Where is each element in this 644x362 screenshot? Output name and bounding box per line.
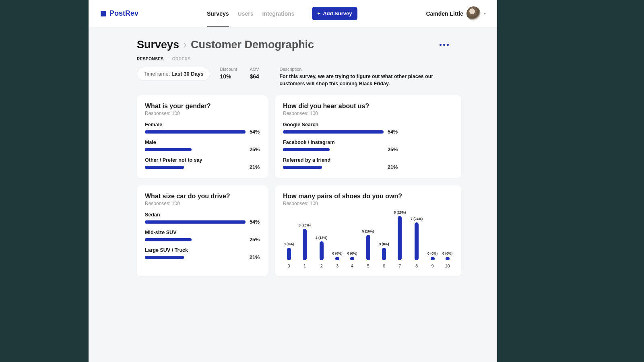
hist-x-label: 2 — [320, 263, 323, 268]
bar-row: Large SUV / Truck21% — [145, 247, 260, 260]
hist-x-label: 10 — [445, 263, 450, 268]
brand-logo[interactable]: PostRev — [100, 9, 138, 18]
hist-bar — [398, 216, 402, 260]
metric-value: For this survey, we are trying to figure… — [279, 73, 449, 87]
bar-value: 54% — [250, 129, 260, 135]
bar-row: Referred by a friend21% — [283, 157, 453, 170]
subtab-responses[interactable]: RESPONSES — [137, 57, 168, 61]
hist-top-label: 4 (12%) — [316, 236, 328, 240]
hist-bar — [350, 257, 354, 260]
hist-bar — [320, 241, 324, 260]
card-shoes: How many pairs of shoes do you own? Resp… — [275, 185, 461, 276]
user-menu[interactable]: Camden Little ▾ — [426, 6, 486, 21]
rows: Female54%Male25%Other / Prefer not to sa… — [145, 122, 260, 170]
hist-column: 8 (20%)1 — [299, 223, 311, 269]
nav-surveys[interactable]: Surveys — [207, 1, 229, 27]
hist-x-label: 0 — [287, 263, 290, 268]
bar-label: Sedan — [145, 212, 260, 218]
hist-x-label: 6 — [383, 263, 385, 268]
hist-top-label: 5 (16%) — [362, 229, 374, 233]
hist-column: 0 (0%)3 — [332, 251, 343, 268]
hist-top-label: 8 (28%) — [394, 210, 406, 214]
card-responses: Responses: 100 — [145, 201, 260, 206]
controls-row: Timeframe: Last 30 Days Discount 10% AOV… — [137, 67, 449, 87]
card-title: How many pairs of shoes do you own? — [283, 193, 453, 200]
bar-value: 21% — [250, 255, 260, 260]
bar-row: Google Search54% — [283, 122, 453, 135]
hist-column: 0 (0%)9 — [427, 251, 438, 268]
hist-bar — [366, 235, 370, 260]
bar-value: 25% — [388, 147, 398, 152]
bar-fill — [145, 256, 184, 259]
card-responses: Responses: 100 — [283, 111, 453, 116]
bar-track — [145, 256, 246, 259]
bar-fill — [145, 148, 192, 151]
nav-integrations[interactable]: Integrations — [262, 1, 294, 27]
metric-label: Discount — [220, 67, 240, 72]
more-actions-button[interactable] — [440, 44, 449, 46]
bar-fill — [283, 148, 330, 151]
rows: Sedan54%Mid-size SUV25%Large SUV / Truck… — [145, 212, 260, 260]
bar-value: 21% — [250, 165, 260, 170]
bar-label: Mid-size SUV — [145, 230, 260, 235]
hist-top-label: 8 (20%) — [299, 223, 311, 227]
breadcrumb-root[interactable]: Surveys — [137, 39, 179, 51]
chevron-right-icon: › — [183, 39, 187, 51]
bar-track — [283, 166, 384, 169]
bar-row: Female54% — [145, 122, 260, 135]
bar-fill — [283, 130, 384, 134]
card-car-size: What size car do you drive? Responses: 1… — [137, 185, 268, 276]
card-responses: Responses: 100 — [283, 201, 453, 206]
hist-top-label: 0 (0%) — [442, 251, 452, 255]
hist-top-label: 0 (0%) — [427, 251, 438, 255]
add-survey-button[interactable]: + Add Survey — [312, 7, 358, 20]
bar-track — [145, 130, 246, 134]
bar-label: Large SUV / Truck — [145, 247, 260, 253]
brand-name: PostRev — [109, 9, 138, 18]
bar-track — [145, 238, 246, 241]
rows: Google Search54%Facebook / Instagram25%R… — [283, 122, 453, 170]
chevron-down-icon: ▾ — [484, 11, 486, 16]
timeframe-value: Last 30 Days — [171, 71, 204, 77]
cards-grid: What is your gender? Responses: 100 Fema… — [137, 95, 449, 276]
bar-track — [145, 148, 246, 151]
hist-top-label: 0 (0%) — [332, 251, 343, 255]
hist-column: 0 (0%)10 — [442, 251, 452, 268]
metric-value: 10% — [220, 73, 240, 80]
hist-bar — [415, 222, 419, 260]
nav-users[interactable]: Users — [238, 1, 254, 27]
bar-label: Male — [145, 140, 260, 145]
metric-description: Description For this survey, we are tryi… — [279, 67, 449, 87]
hist-bar — [335, 257, 339, 260]
app-window: PostRev SurveysUsersIntegrations + Add S… — [89, 0, 497, 362]
bar-row: Facebook / Instagram25% — [283, 140, 453, 152]
hist-x-label: 7 — [398, 263, 401, 268]
card-title: What size car do you drive? — [145, 193, 260, 200]
metric-label: AOV — [250, 67, 270, 72]
avatar — [466, 6, 481, 21]
bar-value: 54% — [250, 219, 260, 225]
card-hear-about-us: How did you hear about us? Responses: 10… — [275, 95, 461, 178]
add-survey-label: Add Survey — [323, 10, 352, 16]
nav-divider — [306, 8, 306, 19]
hist-x-label: 8 — [415, 263, 418, 268]
main-nav: SurveysUsersIntegrations — [207, 1, 295, 27]
bar-row: Sedan54% — [145, 212, 260, 225]
hist-top-label: 7 (24%) — [411, 217, 423, 221]
hist-column: 8 (28%)7 — [394, 210, 406, 268]
breadcrumb-current: Customer Demographic — [191, 39, 314, 51]
bar-value: 25% — [250, 147, 260, 152]
card-title: What is your gender? — [145, 103, 260, 110]
topbar: PostRev SurveysUsersIntegrations + Add S… — [89, 0, 497, 27]
subtab-orders[interactable]: ORDERS — [172, 57, 195, 61]
bar-track — [283, 130, 384, 134]
metric-label: Description — [279, 67, 449, 72]
bar-label: Female — [145, 122, 260, 128]
breadcrumb: Surveys › Customer Demographic — [137, 39, 314, 51]
hist-column: 3 (8%)0 — [284, 242, 294, 268]
card-gender: What is your gender? Responses: 100 Fema… — [137, 95, 268, 178]
bar-label: Referred by a friend — [283, 157, 453, 163]
timeframe-selector[interactable]: Timeframe: Last 30 Days — [137, 67, 210, 81]
plus-icon: + — [318, 10, 321, 16]
bar-row: Male25% — [145, 140, 260, 152]
